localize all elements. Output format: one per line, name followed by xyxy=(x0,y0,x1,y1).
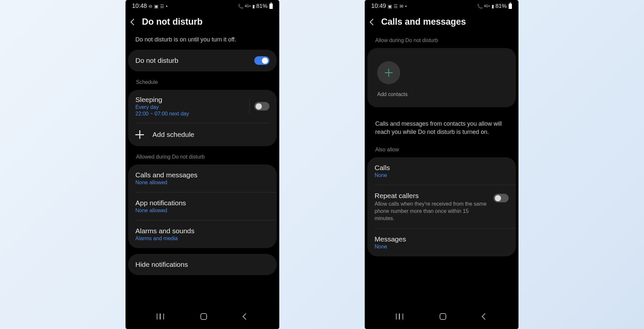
app-status-icon: ☰ xyxy=(160,4,164,9)
battery-icon xyxy=(269,4,273,9)
left-phone-dnd: 10:48 ⊖ ▣ ☰ • 📞 4G+ ▮ 81% Do not disturb… xyxy=(126,0,279,329)
page-title: Do not disturb xyxy=(142,17,202,27)
calls-sub: None xyxy=(375,172,509,178)
battery-pct: 81% xyxy=(495,3,507,10)
header: Do not disturb xyxy=(126,11,279,33)
sleeping-toggle[interactable] xyxy=(254,102,269,111)
back-icon[interactable] xyxy=(370,19,376,25)
dnd-status-icon: ⊖ xyxy=(149,4,152,9)
calls-title: Calls xyxy=(375,164,509,172)
nav-bar xyxy=(126,307,279,329)
more-status-icon: • xyxy=(405,4,407,9)
hide-notifications-card: Hide notifications xyxy=(128,254,277,275)
dnd-toggle-row[interactable]: Do not disturb xyxy=(128,50,277,71)
more-status-icon: • xyxy=(166,4,168,9)
also-allow-card: Calls None Repeat callers Allow calls wh… xyxy=(367,157,516,256)
calls-sub: None allowed xyxy=(135,180,269,186)
nav-bar xyxy=(365,307,518,329)
apps-sub: None allowed xyxy=(135,208,269,214)
signal-icon: ▮ xyxy=(492,4,494,9)
call-status-icon: 📞 xyxy=(238,4,243,9)
page-title: Calls and messages xyxy=(381,17,466,27)
nav-home-button[interactable] xyxy=(200,313,207,320)
status-bar: 10:48 ⊖ ▣ ☰ • 📞 4G+ ▮ 81% xyxy=(126,0,279,11)
allow-section-label: Allow during Do not disturb xyxy=(367,33,516,48)
allowed-section-label: Allowed during Do not disturb xyxy=(128,152,277,164)
explain-text: Calls and messages from contacts you all… xyxy=(367,113,516,145)
schedule-section-label: Schedule xyxy=(128,77,277,90)
messages-sub: None xyxy=(375,244,509,250)
also-allow-label: Also allow xyxy=(367,145,516,157)
calls-row[interactable]: Calls None xyxy=(367,157,516,185)
schedule-card: Sleeping Every day 22:00 ~ 07:00 next da… xyxy=(128,90,277,146)
nav-back-button[interactable] xyxy=(242,313,249,320)
nav-home-button[interactable] xyxy=(440,313,446,320)
network-icon: 4G+ xyxy=(484,4,490,8)
alarms-sub: Alarms and media xyxy=(135,236,269,241)
network-icon: 4G+ xyxy=(245,4,251,8)
nav-back-button[interactable] xyxy=(482,313,488,320)
signal-icon: ▮ xyxy=(252,4,255,9)
mail-status-icon: ✉ xyxy=(400,4,403,9)
app-status-icon: ☰ xyxy=(394,4,398,9)
header: Calls and messages xyxy=(365,11,518,33)
apps-title: App notifications xyxy=(135,199,269,207)
battery-icon xyxy=(509,4,512,9)
content: Do not disturb is on until you turn it o… xyxy=(126,33,279,307)
add-schedule-row[interactable]: Add schedule xyxy=(128,123,277,146)
repeat-toggle[interactable] xyxy=(494,194,509,202)
status-time: 10:49 xyxy=(371,3,386,10)
right-phone-calls: 10:49 ▣ ☰ ✉ • 📞 4G+ ▮ 81% Calls and mess… xyxy=(365,0,518,329)
nav-recent-button[interactable] xyxy=(157,314,164,319)
alarms-sounds-row[interactable]: Alarms and sounds Alarms and media xyxy=(128,220,277,248)
image-status-icon: ▣ xyxy=(154,4,158,9)
call-status-icon: 📞 xyxy=(477,4,483,9)
image-status-icon: ▣ xyxy=(388,4,392,9)
plus-icon xyxy=(135,130,144,139)
repeat-callers-row[interactable]: Repeat callers Allow calls when they're … xyxy=(367,185,516,228)
add-contacts-card: Add contacts xyxy=(367,48,516,107)
calls-title: Calls and messages xyxy=(135,171,269,179)
add-schedule-label: Add schedule xyxy=(152,131,194,139)
nav-recent-button[interactable] xyxy=(396,314,403,319)
back-icon[interactable] xyxy=(130,19,137,25)
sleeping-row[interactable]: Sleeping Every day 22:00 ~ 07:00 next da… xyxy=(128,90,277,123)
allowed-card: Calls and messages None allowed App noti… xyxy=(128,164,277,248)
calls-messages-row[interactable]: Calls and messages None allowed xyxy=(128,164,277,192)
sleeping-title: Sleeping xyxy=(135,96,245,104)
messages-row[interactable]: Messages None xyxy=(367,229,516,256)
sleeping-sub1: Every day xyxy=(135,104,245,110)
add-contact-button[interactable] xyxy=(377,61,400,84)
dnd-toggle-label: Do not disturb xyxy=(135,57,178,64)
dnd-toggle-card: Do not disturb xyxy=(128,50,277,71)
repeat-sub: Allow calls when they're received from t… xyxy=(375,200,488,222)
dnd-toggle[interactable] xyxy=(254,56,269,65)
vertical-divider xyxy=(249,99,250,114)
hide-notifications-row[interactable]: Hide notifications xyxy=(128,254,277,275)
hide-label: Hide notifications xyxy=(135,261,188,268)
sleeping-sub2: 22:00 ~ 07:00 next day xyxy=(135,111,245,117)
status-time: 10:48 xyxy=(132,3,147,10)
plus-icon xyxy=(385,69,393,77)
add-contacts-label: Add contacts xyxy=(377,91,506,97)
status-bar: 10:49 ▣ ☰ ✉ • 📞 4G+ ▮ 81% xyxy=(365,0,518,11)
battery-pct: 81% xyxy=(256,3,267,10)
dnd-description: Do not disturb is on until you turn it o… xyxy=(128,33,277,50)
repeat-title: Repeat callers xyxy=(375,192,488,200)
app-notifications-row[interactable]: App notifications None allowed xyxy=(128,192,277,220)
messages-title: Messages xyxy=(375,235,509,243)
alarms-title: Alarms and sounds xyxy=(135,227,269,235)
content: Allow during Do not disturb Add contacts… xyxy=(365,33,518,307)
